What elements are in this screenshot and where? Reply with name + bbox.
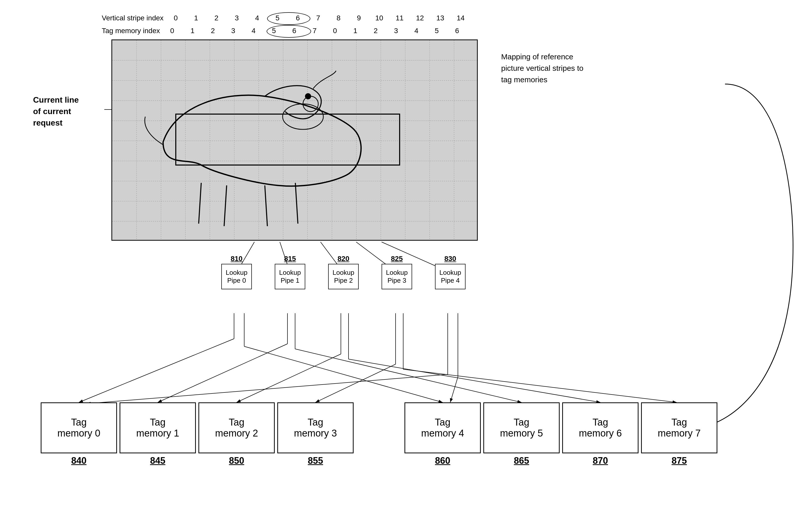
picture-area: [112, 40, 478, 241]
oval-vs-4-5: [267, 12, 310, 25]
vs-7: 7: [308, 14, 329, 22]
svg-line-12: [236, 354, 341, 402]
tmi-2: 2: [203, 27, 223, 35]
svg-line-10: [295, 349, 522, 402]
svg-line-59: [295, 183, 298, 224]
tag-memory-box-4: Tagmemory 4: [405, 402, 481, 453]
grid-svg: [112, 40, 478, 241]
tag-memory-6-section: Tagmemory 6 870: [562, 402, 638, 466]
tmi-6b: 6: [447, 27, 467, 35]
oval-tmi-8-1: [266, 25, 311, 38]
vs-2: 2: [206, 14, 227, 22]
tag-memory-5-section: Tagmemory 5 865: [483, 402, 560, 466]
lookup-box-1: LookupPipe 1: [275, 264, 305, 289]
svg-line-20: [87, 374, 448, 404]
tag-memory-7-section: Tagmemory 7 875: [641, 402, 717, 466]
vs-8: 8: [329, 14, 349, 22]
svg-line-4: [79, 339, 234, 402]
lookup-4-position: 830: [445, 255, 456, 263]
vs-12: 12: [410, 14, 430, 22]
tag-memory-3-position: 855: [308, 455, 323, 466]
svg-line-18: [403, 369, 677, 402]
tmi-5b: 5: [426, 27, 447, 35]
svg-line-56: [199, 183, 201, 224]
lookup-pipe-2-section: 820 LookupPipe 2: [328, 255, 359, 289]
tag-memory-6-position: 870: [593, 455, 608, 466]
mapping-label: Mapping of referencepicture vertical str…: [501, 51, 583, 85]
current-line-label: Current lineof currentrequest: [33, 94, 79, 128]
svg-line-14: [348, 359, 600, 402]
lookup-pipe-3-section: 825 LookupPipe 3: [381, 255, 412, 289]
vs-14: 14: [450, 14, 471, 22]
vs-1: 1: [186, 14, 206, 22]
tag-memory-0-section: Tagmemory 0 840: [41, 402, 117, 466]
tmi-2b: 2: [365, 27, 386, 35]
lookup-2-position: 820: [337, 255, 349, 263]
tag-memory-3-section: Tagmemory 3 855: [277, 402, 353, 466]
lookup-pipe-1-section: 815 LookupPipe 1: [275, 255, 305, 289]
tag-memory-box-6: Tagmemory 6: [562, 402, 638, 453]
tag-memory-2-section: Tagmemory 2 850: [199, 402, 275, 466]
vertical-stripe-label: Vertical stripe index: [102, 14, 163, 22]
lookup-box-0: LookupPipe 0: [221, 264, 252, 289]
tag-memory-4-position: 860: [435, 455, 450, 466]
svg-line-58: [265, 185, 267, 226]
vs-3: 3: [227, 14, 247, 22]
tag-memory-0-position: 840: [71, 455, 87, 466]
tmi-1b: 1: [345, 27, 365, 35]
tag-memory-1-position: 845: [150, 455, 165, 466]
tmi-3b: 3: [386, 27, 406, 35]
vertical-stripe-values: 0 1 2 3 4 5 6 7 8 9 10 11 12 13 14: [165, 14, 471, 22]
lookup-box-3: LookupPipe 3: [381, 264, 412, 289]
lookup-pipe-0-section: 810 LookupPipe 0: [221, 255, 252, 289]
svg-line-57: [224, 185, 227, 226]
tag-memory-box-0: Tagmemory 0: [41, 402, 117, 453]
svg-line-8: [158, 344, 288, 402]
vs-4: 4: [247, 14, 267, 22]
tmi-0: 0: [162, 27, 183, 35]
tag-memory-box-2: Tagmemory 2: [199, 402, 275, 453]
tag-memory-index-values: 0 1 2 3 4 5 6 7 0 1 2 3 4 5 6: [162, 27, 467, 35]
vs-9: 9: [349, 14, 369, 22]
tag-memory-box-1: Tagmemory 1: [119, 402, 196, 453]
tag-memory-box-3: Tagmemory 3: [277, 402, 353, 453]
vs-13: 13: [430, 14, 450, 22]
svg-line-16: [316, 364, 395, 402]
lookup-box-2: LookupPipe 2: [328, 264, 359, 289]
main-container: Vertical stripe index 0 1 2 3 4 5 6 7 8 …: [0, 0, 812, 531]
svg-line-22: [450, 377, 458, 402]
vs-11: 11: [390, 14, 410, 22]
tmi-3: 3: [223, 27, 244, 35]
lookup-0-position: 810: [231, 255, 243, 263]
vs-0: 0: [165, 14, 186, 22]
lookup-3-position: 825: [391, 255, 403, 263]
vs-10: 10: [369, 14, 390, 22]
lookup-1-position: 815: [284, 255, 296, 263]
tag-memory-7-position: 875: [671, 455, 687, 466]
tmi-0b: 0: [325, 27, 345, 35]
tag-memory-box-5: Tagmemory 5: [483, 402, 560, 453]
svg-rect-63: [176, 114, 400, 165]
lookup-pipe-4-section: 830 LookupPipe 4: [435, 255, 465, 289]
tag-memory-1-section: Tagmemory 1 845: [119, 402, 196, 466]
tag-memory-box-7: Tagmemory 7: [641, 402, 717, 453]
lookup-box-4: LookupPipe 4: [435, 264, 465, 289]
tmi-1: 1: [183, 27, 203, 35]
tag-memory-index-label: Tag memory index: [102, 27, 160, 35]
tmi-4: 4: [244, 27, 264, 35]
svg-line-6: [244, 346, 443, 402]
tmi-4b: 4: [406, 27, 426, 35]
tag-memory-5-position: 865: [514, 455, 529, 466]
tag-memory-4-section: Tagmemory 4 860: [405, 402, 481, 466]
tag-memory-2-position: 850: [229, 455, 244, 466]
